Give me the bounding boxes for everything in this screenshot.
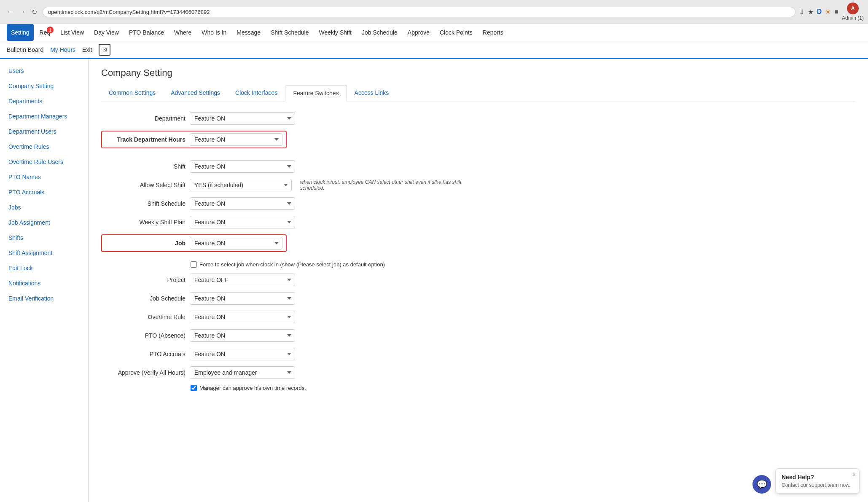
pto-accruals-row: PTO Accruals Feature ON Feature OFF	[101, 348, 481, 360]
nav-item-list-view[interactable]: List View	[56, 24, 88, 41]
nav-item-shift-schedule[interactable]: Shift Schedule	[266, 24, 313, 41]
nav-item-req[interactable]: Req 1	[35, 24, 55, 41]
nav-item-who-is-in[interactable]: Who Is In	[197, 24, 231, 41]
req-badge: 1	[47, 27, 54, 33]
help-chat-button[interactable]: 💬	[752, 475, 771, 494]
bulletin-board-link[interactable]: Bulletin Board	[7, 46, 43, 54]
track-department-hours-label: Track Department Hours	[105, 136, 185, 143]
sidebar-item-notifications[interactable]: Notifications	[0, 276, 88, 291]
sidebar-item-overtime-rules[interactable]: Overtime Rules	[0, 139, 88, 154]
sidebar-item-pto-accruals[interactable]: PTO Accruals	[0, 185, 88, 200]
tab-feature-switches[interactable]: Feature Switches	[285, 85, 347, 102]
back-button[interactable]: ←	[4, 7, 15, 17]
project-label: Project	[101, 277, 185, 283]
sidebar-item-shifts[interactable]: Shifts	[0, 230, 88, 245]
top-nav: Setting Req 1 List View Day View PTO Bal…	[0, 24, 868, 41]
pto-accruals-label: PTO Accruals	[101, 351, 185, 357]
pto-accruals-select[interactable]: Feature ON Feature OFF	[190, 348, 295, 360]
job-schedule-select[interactable]: Feature ON Feature OFF	[190, 292, 295, 305]
shift-row: Shift Feature ON Feature OFF	[101, 160, 481, 173]
extension-d-icon[interactable]: D	[817, 8, 822, 16]
extension-sun-icon[interactable]: ☀	[825, 8, 831, 16]
tab-advanced-settings[interactable]: Advanced Settings	[163, 85, 228, 102]
allow-select-shift-row: Allow Select Shift YES (if scheduled) YE…	[101, 179, 481, 191]
job-row: Job Feature ON Feature OFF	[101, 234, 287, 252]
job-schedule-label: Job Schedule	[101, 295, 185, 302]
sidebar-item-email-verification[interactable]: Email Verification	[0, 291, 88, 306]
sidebar-item-overtime-rule-users[interactable]: Overtime Rule Users	[0, 154, 88, 169]
shift-schedule-select[interactable]: Feature ON Feature OFF	[190, 197, 295, 210]
shift-select[interactable]: Feature ON Feature OFF	[190, 160, 295, 173]
weekly-shift-plan-select[interactable]: Feature ON Feature OFF	[190, 216, 295, 228]
tab-clock-interfaces[interactable]: Clock Interfaces	[228, 85, 285, 102]
sidebar-item-department-managers[interactable]: Department Managers	[0, 109, 88, 124]
nav-item-setting[interactable]: Setting	[7, 24, 34, 41]
help-widget: × Need Help? Contact our support team no…	[775, 468, 860, 494]
nav-item-approve[interactable]: Approve	[403, 24, 434, 41]
job-checkbox-row: Force to select job when clock in (show …	[191, 261, 481, 268]
allow-select-shift-select[interactable]: YES (if scheduled) YES (always) NO	[190, 179, 292, 191]
manager-approve-checkbox[interactable]	[191, 385, 197, 391]
content-area: Company Setting Common Settings Advanced…	[89, 59, 868, 502]
job-schedule-row: Job Schedule Feature ON Feature OFF	[101, 292, 481, 305]
star-icon[interactable]: ★	[808, 8, 814, 16]
shift-label: Shift	[101, 163, 185, 170]
tabs-container: Common Settings Advanced Settings Clock …	[101, 85, 855, 102]
pto-absence-select[interactable]: Feature ON Feature OFF	[190, 329, 295, 342]
my-hours-link[interactable]: My Hours	[50, 46, 75, 54]
sidebar-item-edit-lock[interactable]: Edit Lock	[0, 260, 88, 276]
sidebar-item-departments[interactable]: Departments	[0, 94, 88, 109]
help-subtitle: Contact our support team now.	[782, 482, 853, 488]
tab-common-settings[interactable]: Common Settings	[101, 85, 163, 102]
approve-label: Approve (Verify All Hours)	[101, 369, 185, 376]
forward-button[interactable]: →	[17, 7, 28, 17]
reload-button[interactable]: ↻	[30, 7, 39, 17]
approve-select[interactable]: Employee and manager Manager only Employ…	[190, 366, 295, 379]
nav-item-reports[interactable]: Reports	[478, 24, 508, 41]
nav-item-weekly-shift[interactable]: Weekly Shift	[314, 24, 356, 41]
browser-chrome: ← → ↻ opentimeclock.com/q2/mCompanySetti…	[0, 0, 868, 24]
download-icon[interactable]: ⇓	[799, 8, 804, 16]
nav-item-day-view[interactable]: Day View	[90, 24, 123, 41]
screen-icon[interactable]: ☒	[99, 44, 110, 56]
nav-item-pto-balance[interactable]: PTO Balance	[125, 24, 168, 41]
nav-item-job-schedule[interactable]: Job Schedule	[357, 24, 402, 41]
extension-puzzle-icon[interactable]: ■	[834, 8, 838, 16]
nav-item-clock-points[interactable]: Clock Points	[435, 24, 477, 41]
feature-switches-form: Department Feature ON Feature OFF Track …	[101, 112, 481, 391]
sidebar-item-job-assignment[interactable]: Job Assignment	[0, 215, 88, 230]
help-close-button[interactable]: ×	[852, 471, 856, 478]
project-row: Project Feature OFF Feature ON	[101, 274, 481, 286]
shift-schedule-label: Shift Schedule	[101, 200, 185, 207]
job-force-label: Force to select job when clock in (show …	[199, 261, 385, 268]
sidebar-item-shift-assignment[interactable]: Shift Assignment	[0, 245, 88, 260]
user-avatar[interactable]: A	[847, 3, 859, 14]
weekly-shift-plan-label: Weekly Shift Plan	[101, 219, 185, 225]
second-nav: Bulletin Board My Hours Exit ☒	[0, 41, 868, 59]
admin-label: Admin (1)	[842, 15, 864, 21]
browser-icons: ⇓ ★ D ☀ ■ A Admin (1)	[799, 3, 864, 21]
approve-row: Approve (Verify All Hours) Employee and …	[101, 366, 481, 379]
track-department-hours-select[interactable]: Feature ON Feature OFF	[190, 133, 282, 146]
tab-access-links[interactable]: Access Links	[347, 85, 397, 102]
main-layout: Users Company Setting Departments Depart…	[0, 59, 868, 502]
weekly-shift-plan-row: Weekly Shift Plan Feature ON Feature OFF	[101, 216, 481, 228]
manager-approve-label: Manager can approve his own time records…	[199, 385, 306, 391]
page-title: Company Setting	[101, 67, 855, 78]
job-force-checkbox[interactable]	[191, 261, 197, 268]
exit-button[interactable]: Exit	[82, 46, 92, 53]
project-select[interactable]: Feature OFF Feature ON	[190, 274, 295, 286]
sidebar-item-company-setting[interactable]: Company Setting	[0, 78, 88, 94]
address-bar[interactable]: opentimeclock.com/q2/mCompanySetting.htm…	[43, 7, 795, 17]
browser-nav-buttons: ← → ↻	[4, 7, 39, 17]
sidebar-item-jobs[interactable]: Jobs	[0, 200, 88, 215]
nav-item-where[interactable]: Where	[170, 24, 196, 41]
job-select[interactable]: Feature ON Feature OFF	[190, 237, 282, 250]
overtime-rule-select[interactable]: Feature ON Feature OFF	[190, 311, 295, 323]
nav-item-message[interactable]: Message	[232, 24, 265, 41]
sidebar-item-users[interactable]: Users	[0, 63, 88, 78]
track-department-hours-row: Track Department Hours Feature ON Featur…	[101, 131, 287, 148]
sidebar-item-pto-names[interactable]: PTO Names	[0, 169, 88, 185]
sidebar-item-department-users[interactable]: Department Users	[0, 124, 88, 139]
department-select[interactable]: Feature ON Feature OFF	[190, 112, 295, 125]
